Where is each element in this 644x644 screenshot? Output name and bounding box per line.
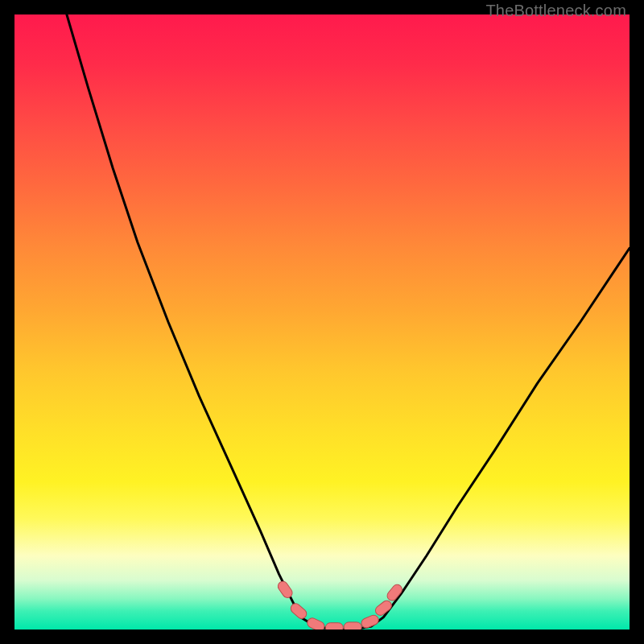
valley-marker [374, 599, 394, 617]
v-curve-path [67, 14, 630, 630]
plot-area [14, 14, 630, 630]
watermark-text: TheBottleneck.com [485, 2, 626, 20]
valley-marker [360, 613, 380, 630]
curve-layer [14, 14, 630, 630]
valley-markers [276, 580, 404, 630]
valley-marker [325, 623, 343, 630]
valley-marker [386, 583, 404, 603]
chart-frame: TheBottleneck.com [0, 0, 644, 644]
valley-marker [344, 622, 361, 630]
valley-marker [306, 617, 326, 630]
bottleneck-curve [67, 14, 630, 630]
valley-marker [289, 601, 308, 621]
